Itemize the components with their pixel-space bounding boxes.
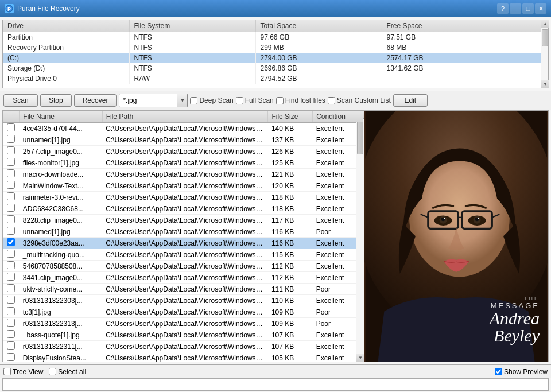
file-table-row[interactable]: unnamed[1].jpg C:\Users\User\AppData\Loc… [3,134,364,146]
file-table-row[interactable]: r0313131322311[... C:\Users\User\AppData… [3,341,364,352]
scroll-down-arrow[interactable]: ▼ [541,80,549,88]
file-row-checkbox[interactable] [7,238,15,246]
file-table-row[interactable]: tc3[1].jpg C:\Users\User\AppData\Local\M… [3,306,364,318]
scan-custom-checkbox-group[interactable]: Scan Custom List [328,96,391,104]
file-cell-check[interactable] [3,180,20,192]
minimize-button[interactable]: ─ [510,3,521,14]
file-row-checkbox[interactable] [7,307,15,315]
drive-table-row[interactable]: (C:) NTFS 2794.00 GB 2574.17 GB [3,53,548,63]
file-table-row[interactable]: uktv-strictly-come... C:\Users\User\AppD… [3,284,364,295]
file-table-row[interactable]: 3298e3df00e23aa... C:\Users\User\AppData… [3,238,364,249]
file-row-checkbox[interactable] [7,330,15,338]
file-row-checkbox[interactable] [7,353,15,361]
file-row-checkbox[interactable] [7,204,15,212]
file-table-row[interactable]: 8228.clip_image0... C:\Users\User\AppDat… [3,215,364,226]
drive-table-row[interactable]: Recovery Partition NTFS 299 MB 68 MB [3,42,548,53]
file-row-checkbox[interactable] [7,123,15,131]
file-cell-check[interactable] [3,249,20,261]
file-cell-check[interactable] [3,123,20,134]
file-table-row[interactable]: DisplayFusionStea... C:\Users\User\AppDa… [3,352,364,362]
file-cell-check[interactable] [3,192,20,203]
edit-button[interactable]: Edit [393,94,428,107]
file-table-row[interactable]: _multitracking-quo... C:\Users\User\AppD… [3,249,364,261]
file-cell-check[interactable] [3,226,20,238]
file-cell-check[interactable] [3,157,20,169]
scroll-up-arrow[interactable]: ▲ [541,20,549,28]
filter-dropdown-button[interactable]: ▼ [177,94,187,107]
full-scan-checkbox-group[interactable]: Full Scan [236,96,274,104]
help-button[interactable]: ? [497,3,509,14]
recover-button[interactable]: Recover [74,94,117,107]
file-cell-check[interactable] [3,203,20,215]
file-table-row[interactable]: r0313131322303[... C:\Users\User\AppData… [3,295,364,306]
file-row-checkbox[interactable] [7,273,15,281]
file-row-checkbox[interactable] [7,284,15,292]
select-all-checkbox[interactable] [49,368,56,375]
file-row-checkbox[interactable] [7,227,15,235]
file-table-row[interactable]: rainmeter-3.0-revi... C:\Users\User\AppD… [3,192,364,203]
file-table-row[interactable]: MainWindow-Text... C:\Users\User\AppData… [3,180,364,192]
file-cell-check[interactable] [3,238,20,249]
show-preview-checkbox[interactable] [495,368,502,375]
file-row-checkbox[interactable] [7,319,15,327]
file-table-row[interactable]: files-monitor[1].jpg C:\Users\User\AppDa… [3,157,364,169]
drive-table-row[interactable]: Physical Drive 0 RAW 2794.52 GB [3,73,548,84]
scroll-thumb[interactable] [542,29,548,46]
show-preview-checkbox-group[interactable]: Show Preview [495,368,548,376]
drive-table-row[interactable]: Partition NTFS 97.66 GB 97.51 GB [3,32,548,43]
file-list-container[interactable]: File Name File Path File Size Condition … [3,111,364,362]
file-cell-check[interactable] [3,318,20,329]
file-scrollbar[interactable]: ▲ ▼ [356,111,364,362]
file-row-checkbox[interactable] [7,341,15,350]
file-row-checkbox[interactable] [7,169,15,177]
file-cell-check[interactable] [3,295,20,306]
file-table-row[interactable]: unnamed[1].jpg C:\Users\User\AppData\Loc… [3,226,364,238]
file-cell-check[interactable] [3,215,20,226]
file-table-row[interactable]: 2577.clip_image0... C:\Users\User\AppDat… [3,146,364,157]
find-lost-checkbox-group[interactable]: Find lost files [276,96,325,104]
file-scroll-down[interactable]: ▼ [356,354,364,362]
file-cell-check[interactable] [3,341,20,352]
file-table-row[interactable]: _bass-quote[1].jpg C:\Users\User\AppData… [3,329,364,341]
file-table-row[interactable]: r0313131322313[... C:\Users\User\AppData… [3,318,364,329]
deep-scan-checkbox[interactable] [190,97,197,104]
file-row-checkbox[interactable] [7,192,15,200]
file-row-checkbox[interactable] [7,296,15,304]
file-row-checkbox[interactable] [7,261,15,269]
drive-scrollbar[interactable]: ▲ ▼ [541,20,549,88]
file-row-checkbox[interactable] [7,158,15,166]
maximize-button[interactable]: □ [522,3,534,14]
tree-view-checkbox-group[interactable]: Tree View [3,368,43,376]
file-row-checkbox[interactable] [7,135,15,143]
file-row-checkbox[interactable] [7,215,15,223]
file-cell-check[interactable] [3,261,20,272]
file-cell-check[interactable] [3,352,20,362]
close-button[interactable]: ✕ [535,3,546,14]
file-scroll-thumb[interactable] [357,120,363,154]
select-all-checkbox-group[interactable]: Select all [49,368,86,376]
full-scan-checkbox[interactable] [236,97,243,104]
file-row-checkbox[interactable] [7,181,15,189]
scan-custom-checkbox[interactable] [328,97,335,104]
file-cell-check[interactable] [3,272,20,284]
file-cell-check[interactable] [3,146,20,157]
file-cell-check[interactable] [3,169,20,180]
filter-input[interactable] [119,95,177,106]
file-cell-check[interactable] [3,134,20,146]
show-preview-group[interactable]: Show Preview [495,368,548,376]
file-table-row[interactable]: 4ce43f35-d70f-44... C:\Users\User\AppDat… [3,123,364,134]
file-table-row[interactable]: 3441.clip_image0... C:\Users\User\AppDat… [3,272,364,284]
file-cell-check[interactable] [3,306,20,318]
file-row-checkbox[interactable] [7,250,15,258]
find-lost-checkbox[interactable] [276,97,284,104]
drive-table-row[interactable]: Storage (D:) NTFS 2696.86 GB 1341.62 GB [3,63,548,73]
file-cell-check[interactable] [3,284,20,295]
file-table-row[interactable]: macro-downloade... C:\Users\User\AppData… [3,169,364,180]
scan-button[interactable]: Scan [3,94,38,107]
file-table-row[interactable]: 54687078588508... C:\Users\User\AppData\… [3,261,364,272]
file-cell-check[interactable] [3,329,20,341]
stop-button[interactable]: Stop [40,94,72,107]
deep-scan-checkbox-group[interactable]: Deep Scan [190,96,233,104]
file-row-checkbox[interactable] [7,146,15,154]
file-table-row[interactable]: ADC6842C38C68... C:\Users\User\AppData\L… [3,203,364,215]
